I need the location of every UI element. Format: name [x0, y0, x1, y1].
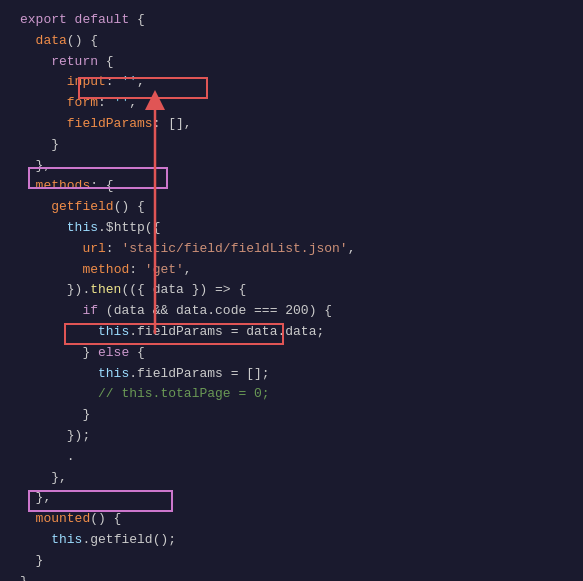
code-line-23: },: [20, 468, 573, 489]
code-line-13: method: 'get',: [20, 260, 573, 281]
code-line-25: mounted() {: [20, 509, 573, 530]
code-line-26: this.getfield();: [20, 530, 573, 551]
code-line-15: if (data && data.code === 200) {: [20, 301, 573, 322]
code-line-16: this.fieldParams = data.data;: [20, 322, 573, 343]
code-editor: export default { data() { return { input…: [0, 0, 583, 581]
code-line-7: }: [20, 135, 573, 156]
code-line-1: export default {: [20, 10, 573, 31]
code-line-5: form: '',: [20, 93, 573, 114]
code-line-24: },: [20, 488, 573, 509]
code-line-14: }).then(({ data }) => {: [20, 280, 573, 301]
code-line-18: this.fieldParams = [];: [20, 364, 573, 385]
code-line-10: getfield() {: [20, 197, 573, 218]
code-line-20: }: [20, 405, 573, 426]
code-line-4: input: '',: [20, 72, 573, 93]
code-line-6: fieldParams: [],: [20, 114, 573, 135]
code-line-8: },: [20, 156, 573, 177]
code-line-28: }: [20, 572, 573, 581]
code-line-3: return {: [20, 52, 573, 73]
code-line-21: });: [20, 426, 573, 447]
code-line-9: methods: {: [20, 176, 573, 197]
code-line-27: }: [20, 551, 573, 572]
code-line-11: this.$http({: [20, 218, 573, 239]
code-line-22: .: [20, 447, 573, 468]
code-line-2: data() {: [20, 31, 573, 52]
code-line-19: // this.totalPage = 0;: [20, 384, 573, 405]
code-line-12: url: 'static/field/fieldList.json',: [20, 239, 573, 260]
code-line-17: } else {: [20, 343, 573, 364]
